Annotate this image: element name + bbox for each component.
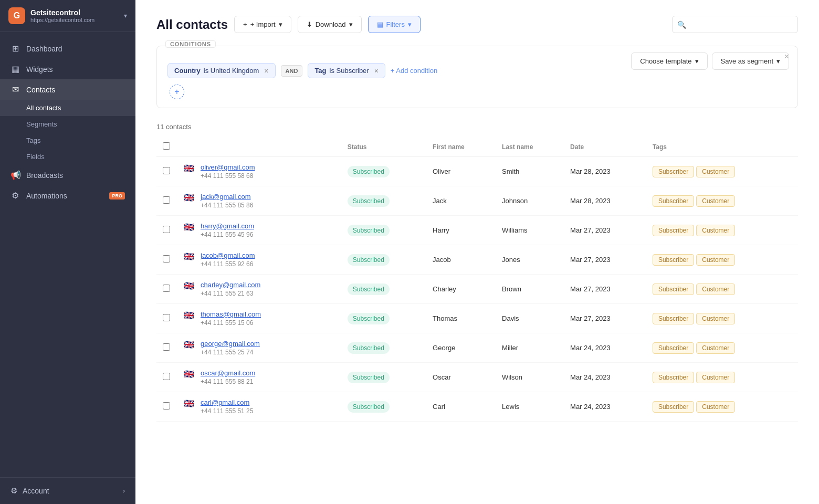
contacts-table: Status First name Last name Date Tags 🇬🇧… [156,137,798,422]
tag-badge: Customer [696,284,735,295]
sidebar-item-label: Dashboard [26,45,62,53]
search-input[interactable] [672,16,798,33]
row-checkbox[interactable] [163,343,170,351]
contact-date: Mar 28, 2023 [564,157,646,186]
row-checkbox[interactable] [163,373,170,380]
country-flag-icon: 🇬🇧 [184,251,194,261]
select-all-checkbox[interactable] [163,142,170,150]
condition-close-tag[interactable]: × [374,67,379,75]
sidebar-item-widgets[interactable]: ▦ Widgets [0,59,135,79]
contact-info-cell: 🇬🇧 carl@gmail.com +44 111 555 51 25 [177,392,341,422]
contacts-count: 11 contacts [156,123,798,131]
contact-status: Subscribed [341,186,426,216]
brand-header[interactable]: G Getsitecontrol https://getsitecontrol.… [0,0,135,32]
download-button[interactable]: ⬇ Download ▾ [298,16,362,33]
sidebar-sub-tags[interactable]: Tags [0,132,135,149]
table-row: 🇬🇧 jack@gmail.com +44 111 555 85 86 Subs… [156,186,798,216]
contact-date: Mar 28, 2023 [564,186,646,216]
sidebar-item-broadcasts[interactable]: 📢 Broadcasts [0,165,135,185]
broadcasts-icon: 📢 [10,170,20,180]
sidebar-item-dashboard[interactable]: ⊞ Dashboard [0,38,135,59]
condition-operator-country: is United Kingdom [204,67,259,75]
contact-flag-email: 🇬🇧 oliver@gmail.com +44 111 555 58 68 [184,163,335,180]
tag-badge: Customer [696,225,735,236]
add-condition-button[interactable]: + Add condition [391,67,437,75]
account-label: Account [23,487,49,495]
contact-email[interactable]: thomas@gmail.com [201,310,261,318]
contact-last-name: Davis [496,304,564,333]
save-as-segment-button[interactable]: Save as segment ▾ [712,52,789,70]
contact-info-cell: 🇬🇧 thomas@gmail.com +44 111 555 15 06 [177,304,341,333]
contact-tags: SubscriberCustomer [646,186,798,216]
choose-template-button[interactable]: Choose template ▾ [631,52,707,70]
contact-first-name: Jacob [426,245,496,275]
contact-info-cell: 🇬🇧 george@gmail.com +44 111 555 25 74 [177,333,341,363]
import-button[interactable]: + + Import ▾ [234,16,291,33]
row-checkbox[interactable] [163,196,170,204]
tag-badge: Subscriber [653,195,694,207]
status-badge: Subscribed [348,254,390,266]
header-last-name: Last name [496,137,564,157]
status-badge: Subscribed [348,284,390,295]
status-badge: Subscribed [348,313,390,324]
condition-close-country[interactable]: × [264,67,268,75]
table-row: 🇬🇧 oscar@gmail.com +44 111 555 88 21 Sub… [156,363,798,392]
account-item[interactable]: ⚙ Account › [0,477,135,504]
main-content: All contacts + + Import ▾ ⬇ Download ▾ ▤… [135,0,819,504]
brand-url: https://getsitecontrol.com [30,17,119,23]
contact-info-cell: 🇬🇧 jacob@gmail.com +44 111 555 92 66 [177,245,341,275]
contact-first-name: Carl [426,392,496,422]
contact-email[interactable]: jack@gmail.com [201,193,253,201]
contact-last-name: Miller [496,333,564,363]
row-checkbox[interactable] [163,402,170,410]
row-checkbox[interactable] [163,255,170,262]
contact-email[interactable]: jacob@gmail.com [201,251,255,259]
row-checkbox-cell [156,363,177,392]
brand-name: Getsitecontrol [30,8,119,17]
contact-email[interactable]: oliver@gmail.com [201,163,255,171]
contact-tags: SubscriberCustomer [646,245,798,275]
sidebar-sub-segments[interactable]: Segments [0,116,135,132]
tag-badge: Customer [696,254,735,266]
contact-email[interactable]: carl@gmail.com [201,398,253,406]
contact-status: Subscribed [341,245,426,275]
sidebar-sub-fields[interactable]: Fields [0,149,135,165]
sub-item-label: All contacts [26,104,61,112]
row-checkbox[interactable] [163,314,170,321]
contact-first-name: Oscar [426,363,496,392]
tag-badge: Customer [696,166,735,177]
header-tags: Tags [646,137,798,157]
close-conditions-button[interactable]: × [784,52,789,61]
contact-email[interactable]: charley@gmail.com [201,281,260,289]
contact-tags: SubscriberCustomer [646,304,798,333]
status-badge: Subscribed [348,225,390,236]
contact-flag-email: 🇬🇧 harry@gmail.com +44 111 555 45 96 [184,222,335,238]
row-checkbox-cell [156,275,177,304]
filters-button[interactable]: ▤ Filters ▾ [368,16,421,33]
contact-last-name: Brown [496,275,564,304]
row-checkbox-cell [156,186,177,216]
add-row-button[interactable]: + [170,85,184,99]
dashboard-icon: ⊞ [10,44,20,54]
contact-tags: SubscriberCustomer [646,363,798,392]
contact-flag-email: 🇬🇧 oscar@gmail.com +44 111 555 88 21 [184,369,335,385]
sidebar-item-contacts[interactable]: ✉ Contacts [0,79,135,100]
country-flag-icon: 🇬🇧 [184,193,194,203]
conditions-section: CONDITIONS Choose template ▾ Save as seg… [156,46,798,108]
sub-item-label: Tags [26,136,40,144]
header-first-name: First name [426,137,496,157]
contact-email[interactable]: george@gmail.com [201,340,260,348]
sidebar-item-label: Widgets [26,65,53,74]
row-checkbox[interactable] [163,226,170,233]
sidebar-item-automations[interactable]: ⚙ Automations PRO [0,185,135,206]
contact-info-cell: 🇬🇧 oscar@gmail.com +44 111 555 88 21 [177,363,341,392]
row-checkbox[interactable] [163,285,170,292]
contact-email[interactable]: oscar@gmail.com [201,369,255,377]
pro-badge: PRO [109,192,125,200]
contact-phone: +44 111 555 45 96 [201,231,254,238]
sidebar-sub-all-contacts[interactable]: All contacts [0,100,135,116]
row-checkbox[interactable] [163,167,170,174]
conditions-label: CONDITIONS [165,40,216,48]
import-label: + Import [250,20,276,28]
contact-email[interactable]: harry@gmail.com [201,222,254,230]
